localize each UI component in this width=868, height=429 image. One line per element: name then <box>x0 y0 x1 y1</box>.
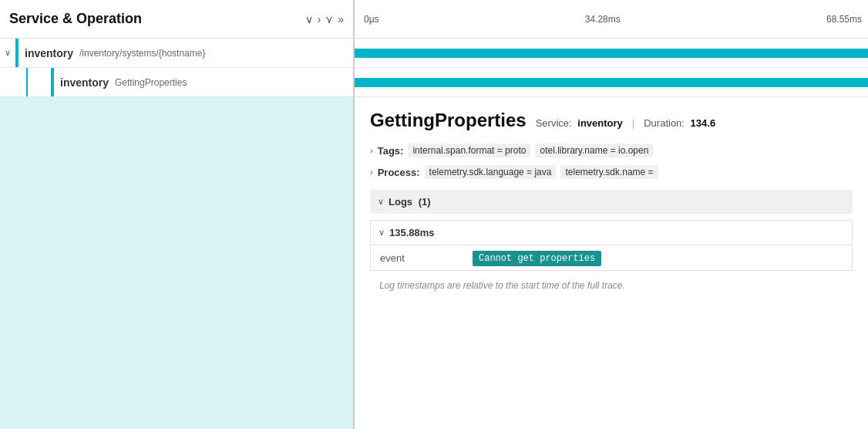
footer-note-text: Log timestamps are relative to the start… <box>379 280 625 291</box>
time-marker-2: 68.55ms <box>826 14 868 25</box>
logs-header-text: Logs (1) <box>389 196 431 208</box>
log-value-highlight: Cannot get properties <box>473 251 601 266</box>
logs-section: ∨ Logs (1) ∨ 135.88ms <box>370 190 853 300</box>
tags-label: Tags: <box>378 145 404 157</box>
log-field-key: event <box>371 245 463 270</box>
connector-area <box>0 68 51 96</box>
trace-row-2: inventory GettingProperties <box>0 68 353 97</box>
tag-pair-1: otel.library.name = io.open <box>535 144 653 157</box>
duration-label: Duration: <box>644 117 685 129</box>
header-title: Service & Operation <box>9 11 299 27</box>
row2-bar <box>355 78 868 87</box>
process-label: Process: <box>378 167 420 178</box>
process-pair-0: telemetry.sdk.language = java <box>425 165 557 179</box>
row1-service-name: inventory <box>25 47 73 59</box>
tags-expand-arrow[interactable]: › <box>370 146 373 155</box>
row1-bar <box>355 49 868 58</box>
chevron-right-icon[interactable]: › <box>318 13 321 25</box>
log-entry-0: ∨ 135.88ms event Cannot get properties <box>370 220 853 271</box>
tags-row: › Tags: internal.span.format = proto ote… <box>370 144 853 157</box>
logs-label: Logs <box>389 196 412 208</box>
detail-divider: | <box>632 117 634 129</box>
left-empty-area <box>0 97 353 429</box>
detail-service-meta: Service: inventory <box>536 117 623 129</box>
timeline-row-2 <box>355 68 868 97</box>
service-value: inventory <box>577 117 623 129</box>
header-row: Service & Operation ∨ › ⋎ » 0µs 34.28ms … <box>0 0 868 39</box>
log-fields-table: event Cannot get properties <box>371 245 852 270</box>
trace-row-1: ∨ inventory /inventory/systems/{hostname… <box>0 39 355 68</box>
duration-value: 134.6 <box>691 117 716 129</box>
detail-panel: GettingProperties Service: inventory | D… <box>355 97 868 429</box>
row2-blue-border <box>51 68 54 96</box>
log-timestamp: 135.88ms <box>389 227 435 238</box>
logs-header[interactable]: ∨ Logs (1) <box>370 190 853 214</box>
left-panel: ∨ inventory /inventory/systems/{hostname… <box>0 39 355 429</box>
time-marker-0: 0µs <box>364 14 379 25</box>
row1-operation-name: /inventory/systems/{hostname} <box>79 48 205 59</box>
main-layout: Service & Operation ∨ › ⋎ » 0µs 34.28ms … <box>0 0 868 429</box>
detail-operation-name: GettingProperties <box>370 110 527 131</box>
tag-pair-0: internal.span.format = proto <box>408 144 530 157</box>
vert-connector <box>26 68 28 96</box>
double-chevron-right-icon[interactable]: » <box>338 13 344 25</box>
service-label: Service: <box>536 117 572 129</box>
chevron-down-icon[interactable]: ∨ <box>305 13 313 25</box>
log-entry-expand-icon[interactable]: ∨ <box>378 228 385 238</box>
header-icons: ∨ › ⋎ » <box>305 13 344 25</box>
time-marker-1: 34.28ms <box>585 14 621 25</box>
row2-operation-name: GettingProperties <box>115 68 187 96</box>
detail-title-row: GettingProperties Service: inventory | D… <box>370 110 853 131</box>
log-field-row-0: event Cannot get properties <box>371 245 852 270</box>
timeline-header: 0µs 34.28ms 68.55ms <box>355 0 868 38</box>
logs-expand-icon[interactable]: ∨ <box>378 197 384 207</box>
row2-service-name: inventory <box>60 68 109 96</box>
process-row: › Process: telemetry.sdk.language = java… <box>370 165 853 179</box>
detail-duration-meta: Duration: 134.6 <box>644 117 715 129</box>
log-field-value-cell: Cannot get properties <box>463 245 852 270</box>
header-left: Service & Operation ∨ › ⋎ » <box>0 0 355 38</box>
log-timestamp-row[interactable]: ∨ 135.88ms <box>371 221 852 245</box>
timeline-row-1 <box>355 39 868 68</box>
row1-blue-border <box>15 39 19 67</box>
process-pair-1: telemetry.sdk.name = <box>560 165 658 179</box>
logs-count: (1) <box>419 196 431 208</box>
process-expand-arrow[interactable]: › <box>370 167 373 177</box>
double-chevron-down-icon[interactable]: ⋎ <box>325 13 333 25</box>
right-panel: GettingProperties Service: inventory | D… <box>355 39 868 429</box>
log-footer: Log timestamps are relative to the start… <box>370 271 853 300</box>
collapse-row1-icon[interactable]: ∨ <box>0 48 15 58</box>
